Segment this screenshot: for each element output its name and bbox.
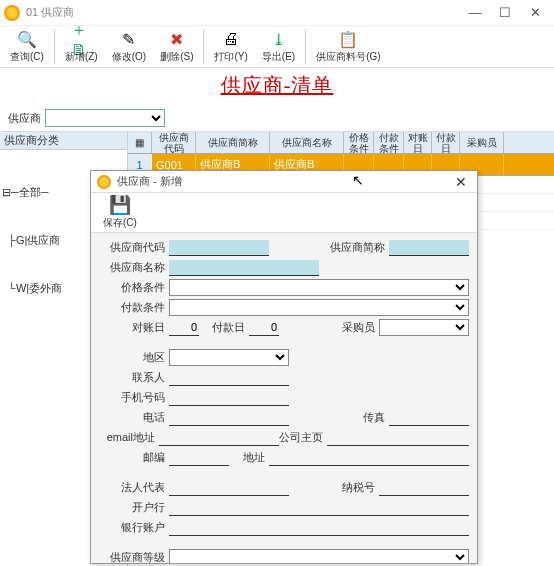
search-icon: 🔍: [17, 29, 37, 49]
input-bank[interactable]: [169, 500, 469, 516]
input-contact[interactable]: [169, 370, 289, 386]
dialog-icon: [97, 175, 111, 189]
delete-button[interactable]: ✖ 删除(S): [154, 27, 199, 66]
print-icon: 🖨: [221, 29, 241, 49]
input-name[interactable]: [169, 260, 319, 276]
grid-header: ▦ 供应商代码 供应商简称 供应商名称 价格条件 付款条件 对账日 付款日 采购…: [128, 132, 554, 154]
lbl-region: 地区: [99, 350, 169, 365]
input-recon-day[interactable]: [169, 320, 199, 336]
export-button[interactable]: ⤓ 导出(E): [256, 27, 301, 66]
close-button[interactable]: ✕: [520, 5, 550, 20]
input-legal[interactable]: [169, 480, 289, 496]
input-homepage[interactable]: [327, 430, 469, 446]
sku-button[interactable]: 📋 供应商料号(G): [310, 27, 386, 66]
input-account[interactable]: [169, 520, 469, 536]
add-icon: ＋🗎: [71, 29, 91, 49]
col-buyer[interactable]: 采购员: [460, 132, 504, 153]
lbl-account: 银行账户: [99, 520, 169, 535]
input-fax[interactable]: [389, 410, 469, 426]
sidebar-header: 供应商分类: [0, 132, 127, 150]
col-price[interactable]: 价格条件: [344, 132, 374, 153]
col-name[interactable]: 供应商名称: [270, 132, 344, 153]
dialog-toolbar: 💾 保存(C): [91, 193, 477, 233]
lbl-pay-day: 付款日: [199, 320, 249, 335]
app-icon: [4, 5, 20, 21]
input-code[interactable]: [169, 240, 269, 256]
window-title: 01 供应商: [26, 5, 460, 20]
col-short[interactable]: 供应商简称: [196, 132, 270, 153]
lbl-short: 供应商简称: [330, 240, 389, 255]
lbl-price-term: 价格条件: [99, 280, 169, 295]
lbl-buyer: 采购员: [329, 320, 379, 335]
minimize-button[interactable]: —: [460, 5, 490, 20]
input-mobile[interactable]: [169, 390, 289, 406]
lbl-code: 供应商代码: [99, 240, 169, 255]
print-button[interactable]: 🖨 打印(Y): [208, 27, 253, 66]
save-button[interactable]: 💾 保存(C): [97, 193, 143, 232]
page-title: 供应商-清单: [0, 68, 554, 105]
lbl-taxno: 纳税号: [329, 480, 379, 495]
filter-row: 供应商: [0, 105, 554, 132]
edit-button[interactable]: ✎ 修改(O): [106, 27, 152, 66]
select-price-term[interactable]: [169, 279, 469, 296]
filter-supplier-select[interactable]: [45, 109, 165, 127]
input-email[interactable]: [159, 430, 279, 446]
lbl-pay-term: 付款条件: [99, 300, 169, 315]
export-icon: ⤓: [268, 29, 288, 49]
maximize-button[interactable]: ☐: [490, 5, 520, 20]
edit-icon: ✎: [119, 29, 139, 49]
lbl-name: 供应商名称: [99, 260, 169, 275]
lbl-legal: 法人代表: [99, 480, 169, 495]
add-supplier-dialog: 供应商 - 新增 ✕ 💾 保存(C) 供应商代码 供应商简称 供应商名称 价格条…: [90, 170, 478, 564]
query-button[interactable]: 🔍 查询(C): [4, 27, 50, 66]
main-toolbar: 🔍 查询(C) ＋🗎 新增(Z) ✎ 修改(O) ✖ 删除(S) 🖨 打印(Y)…: [0, 26, 554, 68]
dialog-close-button[interactable]: ✕: [451, 174, 471, 190]
col-recon-day[interactable]: 对账日: [404, 132, 432, 153]
lbl-phone: 电话: [99, 410, 169, 425]
sku-icon: 📋: [338, 29, 358, 49]
col-selector-icon[interactable]: ▦: [128, 132, 152, 153]
lbl-bank: 开户行: [99, 500, 169, 515]
select-buyer[interactable]: [379, 319, 469, 336]
input-phone[interactable]: [169, 410, 289, 426]
filter-label: 供应商: [8, 111, 41, 126]
add-button[interactable]: ＋🗎 新增(Z): [59, 27, 104, 66]
dialog-titlebar[interactable]: 供应商 - 新增 ✕: [91, 171, 477, 193]
lbl-zip: 邮编: [99, 450, 169, 465]
lbl-mobile: 手机号码: [99, 390, 169, 405]
input-pay-day[interactable]: [249, 320, 279, 336]
input-address[interactable]: [269, 450, 469, 466]
select-grade[interactable]: [169, 549, 469, 563]
delete-icon: ✖: [167, 29, 187, 49]
save-icon: 💾: [110, 195, 130, 215]
input-short[interactable]: [389, 240, 469, 256]
select-pay-term[interactable]: [169, 299, 469, 316]
lbl-homepage: 公司主页: [279, 430, 327, 445]
col-pay[interactable]: 付款条件: [374, 132, 404, 153]
lbl-recon-day: 对账日: [99, 320, 169, 335]
lbl-grade: 供应商等级: [99, 550, 169, 563]
lbl-email: email地址: [99, 430, 159, 445]
dialog-body: 供应商代码 供应商简称 供应商名称 价格条件 付款条件 对账日 付款日 采购员: [91, 233, 477, 563]
col-pay-day[interactable]: 付款日: [432, 132, 460, 153]
lbl-contact: 联系人: [99, 370, 169, 385]
dialog-title: 供应商 - 新增: [117, 174, 451, 189]
input-taxno[interactable]: [379, 480, 469, 496]
lbl-fax: 传真: [349, 410, 389, 425]
select-region[interactable]: [169, 349, 289, 366]
input-zip[interactable]: [169, 450, 229, 466]
lbl-address: 地址: [229, 450, 269, 465]
col-code[interactable]: 供应商代码: [152, 132, 196, 153]
